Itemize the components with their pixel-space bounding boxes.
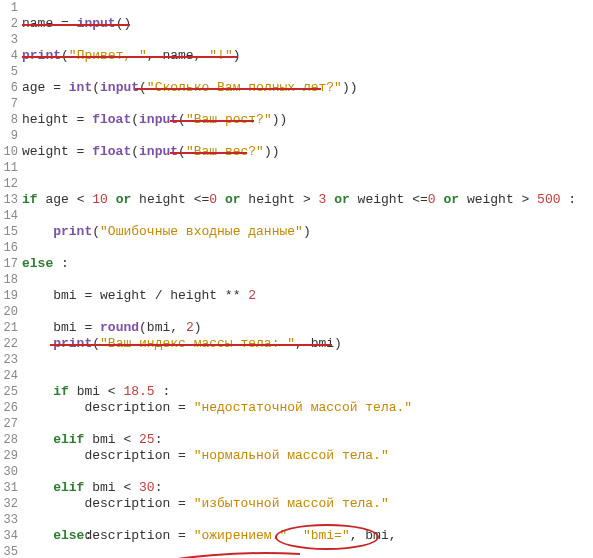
line-number: 2 bbox=[0, 16, 22, 32]
code-line[interactable]: 18 bbox=[0, 272, 593, 288]
code-line[interactable]: 20 bbox=[0, 304, 593, 320]
code-line[interactable]: 9 height = float(input("Ваш рост?")) bbox=[0, 128, 593, 144]
line-number: 10 bbox=[0, 144, 22, 160]
code-line[interactable]: 13 if age < 10 or height <=0 or height >… bbox=[0, 192, 593, 208]
code-line[interactable]: 21 bmi = round(bmi, 2) bbox=[0, 320, 593, 336]
line-number: 4 bbox=[0, 48, 22, 64]
code-line[interactable]: 14 bbox=[0, 208, 593, 224]
line-number: 29 bbox=[0, 448, 22, 464]
code-line[interactable]: 17 else : bbox=[0, 256, 593, 272]
code-line[interactable]: 7 age = int(input("Сколько Вам полных ле… bbox=[0, 96, 593, 112]
code-line[interactable]: 33 bbox=[0, 512, 593, 528]
line-number: 17 bbox=[0, 256, 22, 272]
line-number: 23 bbox=[0, 352, 22, 368]
code-line[interactable]: 24 bbox=[0, 368, 593, 384]
code-content: print("Ошибочные входные данные") bbox=[22, 224, 311, 240]
line-number: 34 bbox=[0, 528, 22, 544]
line-number: 30 bbox=[0, 464, 22, 480]
line-number: 11 bbox=[0, 160, 22, 176]
code-line[interactable]: 31 elif bmi < 30: bbox=[0, 480, 593, 496]
line-number: 1 bbox=[0, 0, 22, 16]
code-content: if bmi < 18.5 : bbox=[22, 384, 170, 400]
code-content: bmi = weight / height ** 2 bbox=[22, 288, 256, 304]
code-line[interactable]: 26 description = "недостаточной массой т… bbox=[0, 400, 593, 416]
code-line[interactable]: 32 description = "избыточной массой тела… bbox=[0, 496, 593, 512]
line-number: 20 bbox=[0, 304, 22, 320]
code-content: description = "недостаточной массой тела… bbox=[22, 400, 412, 416]
line-number: 13 bbox=[0, 192, 22, 208]
line-number: 12 bbox=[0, 176, 22, 192]
code-content: elif bmi < 25: bbox=[22, 432, 162, 448]
code-line[interactable]: 12 bbox=[0, 176, 593, 192]
code-line[interactable]: 5 print("Привет, ", name, "!") bbox=[0, 64, 593, 80]
code-line[interactable]: 35 description = "ожирением." "bmi=", bm… bbox=[0, 544, 593, 558]
line-number: 27 bbox=[0, 416, 22, 432]
line-number: 19 bbox=[0, 288, 22, 304]
line-number: 26 bbox=[0, 400, 22, 416]
line-number: 16 bbox=[0, 240, 22, 256]
line-number: 14 bbox=[0, 208, 22, 224]
code-line[interactable]: 30 bbox=[0, 464, 593, 480]
line-number: 9 bbox=[0, 128, 22, 144]
line-number: 28 bbox=[0, 432, 22, 448]
code-line[interactable]: 19 bmi = weight / height ** 2 bbox=[0, 288, 593, 304]
code-line[interactable]: 23 print("Ваш индекс массы тела: ", bmi) bbox=[0, 352, 593, 368]
line-number: 7 bbox=[0, 96, 22, 112]
line-number: 31 bbox=[0, 480, 22, 496]
line-number: 6 bbox=[0, 80, 22, 96]
line-number: 8 bbox=[0, 112, 22, 128]
code-line[interactable]: 16 bbox=[0, 240, 593, 256]
code-line[interactable]: 27 bbox=[0, 416, 593, 432]
code-content: description = "ожирением." "bmi=", bmi, bbox=[22, 528, 397, 558]
code-content: elif bmi < 30: bbox=[22, 480, 162, 496]
line-number: 32 bbox=[0, 496, 22, 512]
line-number: 15 bbox=[0, 224, 22, 240]
line-number: 3 bbox=[0, 32, 22, 48]
code-content: else : bbox=[22, 256, 69, 272]
line-number: 22 bbox=[0, 336, 22, 352]
line-number: 25 bbox=[0, 384, 22, 400]
code-line[interactable]: 11 weight = float(input("Ваш вес?")) bbox=[0, 160, 593, 176]
line-number: 5 bbox=[0, 64, 22, 80]
code-content: if age < 10 or height <=0 or height > 3 … bbox=[22, 192, 576, 208]
code-content: description = "избыточной массой тела." bbox=[22, 496, 389, 512]
code-line[interactable]: 3 name = input() bbox=[0, 32, 593, 48]
line-number: 18 bbox=[0, 272, 22, 288]
line-number: 24 bbox=[0, 368, 22, 384]
code-line[interactable]: 28 elif bmi < 25: bbox=[0, 432, 593, 448]
code-line[interactable]: 15 print("Ошибочные входные данные") bbox=[0, 224, 593, 240]
code-content: description = "нормальной массой тела." bbox=[22, 448, 389, 464]
code-content: bmi = round(bmi, 2) bbox=[22, 320, 202, 336]
code-line[interactable]: 25 if bmi < 18.5 : bbox=[0, 384, 593, 400]
code-line[interactable]: 29 description = "нормальной массой тела… bbox=[0, 448, 593, 464]
code-line[interactable]: 1 print("Ваше имя?") bbox=[0, 0, 593, 16]
code-editor[interactable]: 1 print("Ваше имя?") 2 3 name = input() … bbox=[0, 0, 593, 558]
line-number: 21 bbox=[0, 320, 22, 336]
line-number: 35 bbox=[0, 544, 22, 558]
line-number: 33 bbox=[0, 512, 22, 528]
